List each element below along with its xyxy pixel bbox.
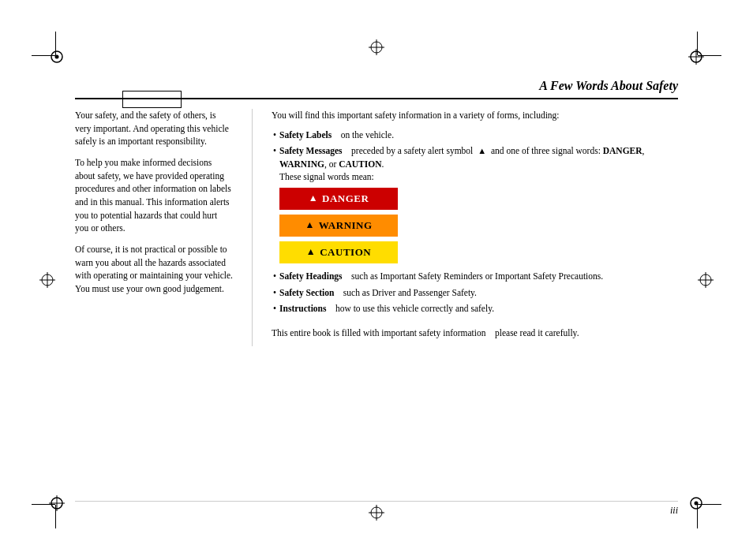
bullet-text-2: Safety Messages preceded by a safety ale… bbox=[279, 144, 678, 183]
danger-label: DANGER bbox=[322, 192, 369, 207]
bullet-text-1: Safety Labels on the vehicle. bbox=[279, 129, 678, 142]
warning-badge: ▲ WARNING bbox=[279, 215, 398, 237]
left-column: Your safety, and the safety of others, i… bbox=[75, 109, 233, 346]
svg-point-1 bbox=[55, 55, 59, 59]
caution-triangle-icon: ▲ bbox=[306, 245, 316, 259]
page-title: A Few Words About Safety bbox=[539, 79, 678, 93]
content-area: Your safety, and the safety of others, i… bbox=[75, 109, 678, 346]
reg-mark-tr bbox=[688, 49, 704, 65]
right-intro: You will find this important safety info… bbox=[272, 109, 678, 122]
reg-mark-tl bbox=[49, 49, 65, 65]
crosshair-top bbox=[369, 39, 384, 55]
left-para-1: Your safety, and the safety of others, i… bbox=[75, 109, 233, 148]
bullet-dot-2: • bbox=[273, 144, 276, 183]
crosshair-left bbox=[39, 272, 55, 288]
bullet-dot-4: • bbox=[273, 286, 276, 300]
label-safety-section: Safety Section bbox=[279, 288, 334, 297]
danger-triangle-icon: ▲ bbox=[309, 192, 318, 205]
label-safety-labels: Safety Labels bbox=[279, 130, 332, 140]
word-danger: DANGER bbox=[603, 146, 642, 155]
caution-badge: ▲ CAUTION bbox=[279, 241, 398, 263]
crosshair-right bbox=[698, 272, 714, 288]
page-content: A Few Words About Safety Your safety, an… bbox=[75, 79, 678, 489]
page-header: A Few Words About Safety bbox=[75, 79, 678, 99]
bullet-safety-labels: • Safety Labels on the vehicle. bbox=[272, 129, 678, 142]
label-instructions: Instructions bbox=[279, 304, 326, 313]
bullet-dot-5: • bbox=[273, 302, 276, 315]
bullet-safety-messages: • Safety Messages preceded by a safety a… bbox=[272, 144, 678, 183]
caution-label: CAUTION bbox=[320, 245, 371, 260]
bullet-text-5: Instructions how to use this vehicle cor… bbox=[279, 302, 678, 315]
left-para-3: Of course, it is not practical or possib… bbox=[75, 243, 233, 296]
left-para-2: To help you make informed decisions abou… bbox=[75, 156, 233, 235]
bullet-text-4: Safety Section such as Driver and Passen… bbox=[279, 286, 678, 300]
label-safety-headings: Safety Headings bbox=[279, 271, 343, 281]
warning-label: WARNING bbox=[319, 218, 373, 233]
reg-mark-br bbox=[688, 495, 704, 511]
bullet-dot-3: • bbox=[273, 270, 276, 283]
bullet-dot-1: • bbox=[273, 129, 276, 142]
bullet-safety-headings: • Safety Headings such as Important Safe… bbox=[272, 270, 678, 283]
word-caution: CAUTION bbox=[339, 159, 381, 169]
bullet-safety-section: • Safety Section such as Driver and Pass… bbox=[272, 286, 678, 300]
column-divider bbox=[252, 109, 253, 346]
right-footer-text: This entire book is filled with importan… bbox=[272, 327, 678, 340]
label-safety-messages: Safety Messages bbox=[279, 146, 343, 155]
danger-badge: ▲ DANGER bbox=[279, 188, 398, 210]
page-footer: iii bbox=[75, 501, 678, 517]
svg-point-3 bbox=[695, 502, 699, 506]
reg-mark-bl bbox=[49, 495, 65, 511]
right-column: You will find this important safety info… bbox=[272, 109, 678, 346]
word-warning: WARNING bbox=[279, 159, 324, 169]
page-number: iii bbox=[670, 505, 678, 517]
bullet-text-3: Safety Headings such as Important Safety… bbox=[279, 270, 678, 283]
bullet-instructions: • Instructions how to use this vehicle c… bbox=[272, 302, 678, 315]
warning-triangle-icon: ▲ bbox=[305, 218, 314, 232]
alert-triangle-inline: ▲ bbox=[478, 146, 486, 155]
